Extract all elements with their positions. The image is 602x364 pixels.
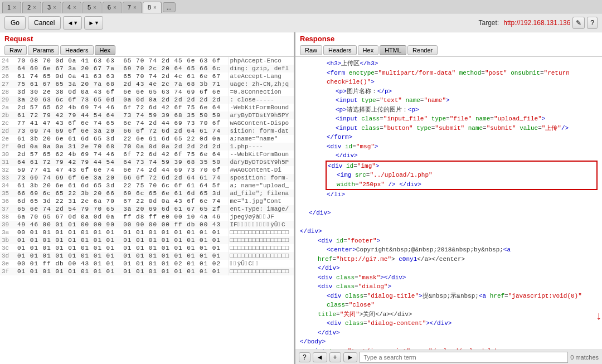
hex-bytes-1: 65 6e 74 2d 54 79 70 65 [16, 205, 122, 213]
tab-more-button[interactable]: ... [163, 2, 176, 12]
cancel-button[interactable]: Cancel [28, 16, 61, 30]
tab-3-close[interactable]: × [53, 4, 56, 11]
hex-bytes-2: 64 73 74 59 39 68 35 50 [122, 158, 228, 166]
tab-8[interactable]: 8 × [143, 2, 162, 13]
hex-bytes-2: 6e 74 2d 44 69 73 70 6f [122, 119, 228, 127]
forward-nav-group[interactable]: ► ▼ [84, 16, 103, 30]
hex-bytes-2: 67 22 0d 0a 43 6f 6e 74 [122, 197, 228, 205]
hex-row-num: 2c [0, 119, 16, 127]
hex-bytes-1: 01 01 01 01 01 01 01 01 [16, 268, 122, 275]
hex-container[interactable]: 2470 68 70 0d 0a 41 63 6365 70 74 2d 45 … [0, 57, 294, 364]
response-line: </form> [300, 133, 598, 142]
tab-3[interactable]: 3 × [42, 2, 61, 13]
request-tab-headers[interactable]: Headers [60, 45, 94, 55]
hex-bytes-2: 6f 72 6d 42 6f 75 6e 64 [122, 151, 228, 158]
hex-bytes-2: 22 75 70 6c 6f 61 64 5f [122, 182, 228, 190]
response-tab-headers[interactable]: Headers [323, 45, 357, 55]
help-button[interactable]: ? [587, 17, 598, 29]
response-line: width="250px" /> </div> [326, 180, 598, 191]
tab-4-close[interactable]: × [73, 4, 76, 11]
hex-bytes-2: 2d 43 4e 2c 7a 68 3b 71 [122, 80, 228, 88]
response-line: <input class="button" type="submit" name… [300, 124, 598, 133]
hex-ascii: ateAccept-Lang [228, 72, 294, 80]
request-tab-hex[interactable]: Hex [95, 45, 116, 55]
hex-row-num: 32 [0, 166, 16, 174]
hex-ascii: -WebKitFormBound [228, 104, 294, 111]
tab-1-close[interactable]: × [13, 4, 16, 11]
tab-2-close[interactable]: × [33, 4, 36, 11]
toolbar: Go Cancel ◄ ▼ ► ▼ Target: http://192.168… [0, 13, 602, 32]
response-add-button[interactable]: + [329, 352, 341, 362]
tab-7[interactable]: 7 × [123, 2, 142, 13]
response-tab-raw[interactable]: Raw [300, 45, 322, 55]
hex-bytes-2: 3a 20 69 6d 61 67 65 2f [122, 205, 228, 213]
response-line: <p>请选择要上传的图片：<p> [300, 105, 598, 115]
tab-2[interactable]: 2 × [22, 2, 41, 13]
hex-ascii: ding: gzip, defl [228, 65, 294, 72]
hex-bytes-2: 6e 6e 65 63 74 69 6f 6e [122, 88, 228, 96]
hex-bytes-1: 77 41 47 43 6f 6e 74 65 [16, 119, 122, 127]
hex-table: 2470 68 70 0d 0a 41 63 6365 70 74 2d 45 … [0, 57, 294, 275]
hex-bytes-2: 73 74 59 39 68 35 50 59 [122, 111, 228, 119]
tab-6[interactable]: 6 × [103, 2, 122, 13]
response-line [300, 200, 598, 209]
hex-bytes-2: 22 6e 61 6d 65 22 0d 0a [122, 135, 228, 143]
tab-1-label: 1 [7, 4, 11, 11]
hex-row-num: 33 [0, 174, 16, 182]
response-tab-html[interactable]: HTML [380, 45, 406, 55]
request-tab-params[interactable]: Params [28, 45, 59, 55]
hex-bytes-1: 64 61 72 79 42 79 44 54 [16, 158, 122, 166]
hex-ascii: 1.php---- [228, 143, 294, 151]
hex-row-num: 2a [0, 104, 16, 111]
response-forward-button[interactable]: ► [343, 352, 358, 362]
main-content: Request Raw Params Headers Hex 2470 68 7… [0, 32, 602, 364]
response-tab-hex[interactable]: Hex [358, 45, 379, 55]
edit-target-button[interactable]: ✎ [572, 17, 585, 29]
tab-6-close[interactable]: × [113, 4, 116, 11]
response-tab-render[interactable]: Render [407, 45, 438, 55]
request-pane: Request Raw Params Headers Hex 2470 68 7… [0, 32, 295, 364]
hex-row-num: 3e [0, 260, 16, 268]
tab-5-close[interactable]: × [93, 4, 96, 11]
go-button[interactable]: Go [4, 16, 26, 30]
tab-4[interactable]: 4 × [62, 2, 81, 13]
request-tab-raw[interactable]: Raw [4, 45, 27, 55]
tab-3-label: 3 [47, 4, 51, 11]
tab-8-close[interactable]: × [153, 4, 157, 11]
back-dropdown-icon[interactable]: ▼ [73, 20, 78, 26]
tab-7-close[interactable]: × [133, 4, 137, 11]
tab-5-label: 5 [88, 4, 91, 11]
response-search-input[interactable] [360, 352, 568, 363]
response-line: <div id="footer"> [300, 236, 598, 246]
tab-1[interactable]: 1 × [2, 2, 21, 13]
response-line: <input type="text" name="name"> [300, 96, 598, 105]
hex-ascii: uage: zh-CN,zh;q [228, 80, 294, 88]
response-line: <div id="msg"> [300, 142, 598, 152]
hex-ascii: □□□□□□□□□□□□□□□□ [228, 244, 294, 252]
hex-ascii: sposition: form- [228, 174, 294, 182]
forward-dropdown-icon[interactable]: ▼ [94, 20, 99, 26]
hex-bytes-1: 00 01 ff db 00 43 01 01 [16, 260, 122, 268]
tab-7-label: 7 [128, 4, 131, 11]
hex-row-num: 2f [0, 143, 16, 151]
tab-6-label: 6 [108, 4, 111, 11]
hex-bytes-2: 01 01 01 01 01 01 01 01 [122, 229, 228, 236]
hex-bytes-1: 2d 57 65 62 4b 69 74 46 [16, 151, 122, 158]
hex-row-num: 25 [0, 65, 16, 72]
response-help-button[interactable]: ? [299, 352, 310, 362]
response-line: <img src="../upload/1.php" [326, 171, 598, 180]
hex-ascii: a;name="name" [228, 135, 294, 143]
back-nav-group[interactable]: ◄ ▼ [63, 16, 82, 30]
response-line: <input class="input_file" type="file" na… [300, 114, 598, 124]
tab-5[interactable]: 5 × [82, 2, 101, 13]
response-back-button[interactable]: ◄ [313, 352, 327, 362]
hex-bytes-1: 49 46 00 01 01 00 00 90 [16, 221, 122, 229]
hex-bytes-1: 6d 65 3d 22 31 2e 6a 70 [16, 197, 122, 205]
hex-row-num: 28 [0, 88, 16, 96]
hex-bytes-2: 01 01 01 01 01 01 01 01 [122, 252, 228, 260]
hex-ascii: ent-Type: image/ [228, 205, 294, 213]
hex-ascii: : close----- [228, 96, 294, 104]
hex-row-num: 24 [0, 57, 16, 65]
response-content-area[interactable]: <h3>上传区</h3><form enctype="multipart/for… [295, 57, 602, 350]
hex-ascii: #wAGContent-Di [228, 166, 294, 174]
